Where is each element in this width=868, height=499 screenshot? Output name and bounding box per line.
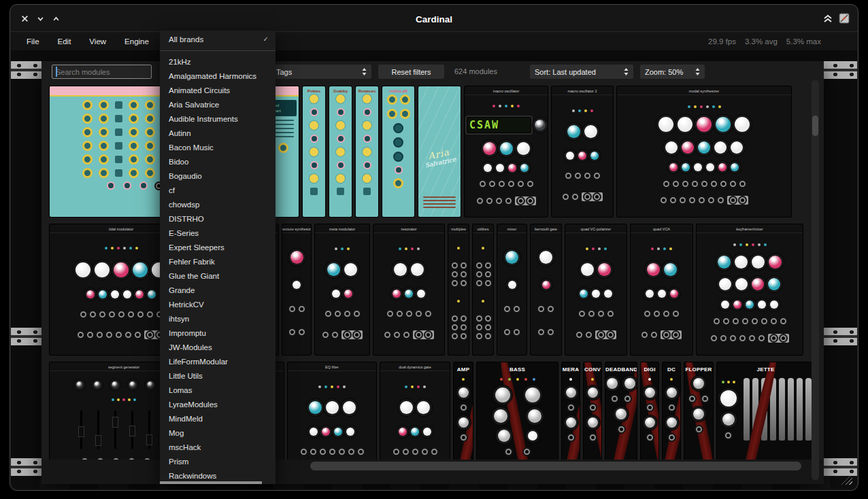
- chevron-down-icon[interactable]: [37, 15, 44, 22]
- slider-handle[interactable]: [95, 435, 101, 446]
- knob-icon[interactable]: [400, 94, 410, 105]
- brand-menu-item[interactable]: Aria Salvatrice: [160, 98, 276, 112]
- knob-icon[interactable]: [129, 141, 139, 151]
- brand-menu-item[interactable]: Amalgamated Harmonics: [160, 69, 276, 84]
- brand-menu-item[interactable]: JW-Modules: [160, 341, 276, 355]
- module-card[interactable]: AriaSalvatrice: [418, 86, 461, 217]
- knob-icon[interactable]: [82, 100, 93, 110]
- knob-icon[interactable]: [145, 141, 155, 151]
- knob-icon[interactable]: [145, 127, 155, 137]
- search-input[interactable]: [52, 65, 152, 79]
- button-icon[interactable]: [115, 115, 122, 122]
- brand-menu-item[interactable]: E-Series: [160, 226, 276, 241]
- module-card[interactable]: Pokies: [303, 86, 325, 217]
- double-chevron-up-icon[interactable]: [823, 14, 833, 23]
- knob-icon[interactable]: [336, 174, 345, 183]
- knob-icon[interactable]: [363, 174, 371, 183]
- port-icon[interactable]: [393, 178, 403, 188]
- sort-select[interactable]: Sort: Last updated: [530, 65, 633, 79]
- knob-icon[interactable]: [310, 148, 318, 156]
- button-icon[interactable]: [310, 188, 318, 195]
- knob-icon[interactable]: [82, 127, 93, 137]
- brand-menu-item[interactable]: DISTRHO: [160, 212, 276, 226]
- brand-menu-item[interactable]: Grande: [160, 283, 276, 298]
- button-icon[interactable]: [115, 101, 122, 109]
- knob-icon[interactable]: [145, 100, 155, 110]
- port-icon[interactable]: [337, 161, 345, 169]
- port-icon[interactable]: [363, 108, 371, 116]
- knob-icon[interactable]: [400, 109, 410, 119]
- brand-menu-item[interactable]: Prism: [160, 455, 276, 469]
- brand-menu-item[interactable]: Fehler Fabrik: [160, 255, 276, 269]
- button-icon[interactable]: [115, 128, 122, 136]
- knob-icon[interactable]: [387, 94, 397, 105]
- button-icon[interactable]: [115, 156, 122, 163]
- port-icon[interactable]: [337, 108, 345, 116]
- brand-menu-item[interactable]: Expert Sleepers: [160, 241, 276, 255]
- brand-menu-item[interactable]: MindMeld: [160, 412, 276, 426]
- module-card[interactable]: UnDuLaR: [382, 86, 414, 217]
- port-icon[interactable]: [310, 108, 318, 116]
- knob-icon[interactable]: [99, 127, 109, 137]
- module-card[interactable]: macro oscillator 2: [552, 86, 613, 217]
- port-icon[interactable]: [310, 135, 318, 143]
- slider-icon[interactable]: [80, 411, 82, 449]
- slider-icon[interactable]: [97, 411, 99, 449]
- knob-icon[interactable]: [82, 114, 93, 124]
- module-card[interactable]: resonator: [373, 224, 444, 355]
- knob-icon[interactable]: [99, 141, 109, 151]
- knob-icon[interactable]: [129, 100, 139, 110]
- knob-icon[interactable]: [363, 148, 371, 156]
- slider-icon[interactable]: [114, 411, 116, 449]
- module-card[interactable]: utilities: [473, 224, 493, 355]
- slider-handle[interactable]: [78, 426, 84, 437]
- module-card[interactable]: quad VC-polarizer: [565, 224, 627, 355]
- brand-menu-item[interactable]: Impromptu: [160, 326, 276, 341]
- brand-menu-item[interactable]: Bogaudio: [160, 169, 276, 184]
- knob-icon[interactable]: [393, 137, 403, 148]
- brand-menu-item[interactable]: Audible Instruments: [160, 112, 276, 126]
- knob-icon[interactable]: [129, 154, 139, 165]
- brand-menu-item-all[interactable]: All brands ✓: [160, 31, 276, 48]
- port-icon[interactable]: [310, 161, 318, 169]
- port-icon[interactable]: [395, 166, 403, 174]
- knob-icon[interactable]: [129, 114, 139, 124]
- knob-icon[interactable]: [99, 100, 109, 110]
- brand-menu-item[interactable]: Bacon Music: [160, 141, 276, 155]
- module-card[interactable]: keyframer/mixer: [697, 224, 803, 355]
- brand-menu-item[interactable]: Bidoo: [160, 155, 276, 169]
- port-icon[interactable]: [337, 135, 345, 143]
- slider-handle[interactable]: [129, 426, 135, 436]
- menu-view[interactable]: View: [89, 37, 106, 46]
- slider-handle[interactable]: [112, 417, 118, 428]
- knob-icon[interactable]: [99, 114, 109, 124]
- brand-menu-item[interactable]: Animated Circuits: [160, 84, 276, 98]
- port-icon[interactable]: [139, 182, 148, 190]
- brand-menu-item[interactable]: ihtsyn: [160, 312, 276, 326]
- knob-icon[interactable]: [82, 141, 93, 151]
- knob-icon[interactable]: [145, 114, 155, 124]
- module-card[interactable]: meta modulator: [315, 224, 369, 355]
- brand-menu-item[interactable]: chowdsp: [160, 198, 276, 212]
- reset-filters-button[interactable]: Reset filters: [378, 65, 444, 79]
- port-icon[interactable]: [363, 135, 371, 143]
- brand-menu-item[interactable]: Autinn: [160, 126, 276, 141]
- brand-menu-item[interactable]: LifeFormModular: [160, 355, 276, 369]
- chevron-up-icon[interactable]: [52, 15, 60, 22]
- brand-menu-item[interactable]: LyraeModules: [160, 398, 276, 412]
- slider-handle[interactable]: [146, 434, 152, 445]
- module-card[interactable]: multiples: [448, 224, 469, 355]
- module-card[interactable]: Grabby: [329, 86, 352, 217]
- screenshot-icon[interactable]: [839, 13, 850, 24]
- module-card[interactable]: modal synthesizer: [617, 86, 791, 217]
- module-card[interactable]: bernoulli gate: [531, 224, 561, 355]
- knob-icon[interactable]: [393, 123, 403, 133]
- knob-icon[interactable]: [129, 168, 139, 178]
- module-card[interactable]: mixer: [497, 224, 527, 355]
- knob-icon[interactable]: [145, 154, 155, 165]
- module-card[interactable]: Rotatoes: [356, 86, 378, 217]
- brand-menu-item[interactable]: Mog: [160, 426, 276, 441]
- brand-menu-item[interactable]: mscHack: [160, 441, 276, 455]
- brand-menu-item[interactable]: Glue the Giant: [160, 269, 276, 283]
- knob-icon[interactable]: [336, 94, 345, 103]
